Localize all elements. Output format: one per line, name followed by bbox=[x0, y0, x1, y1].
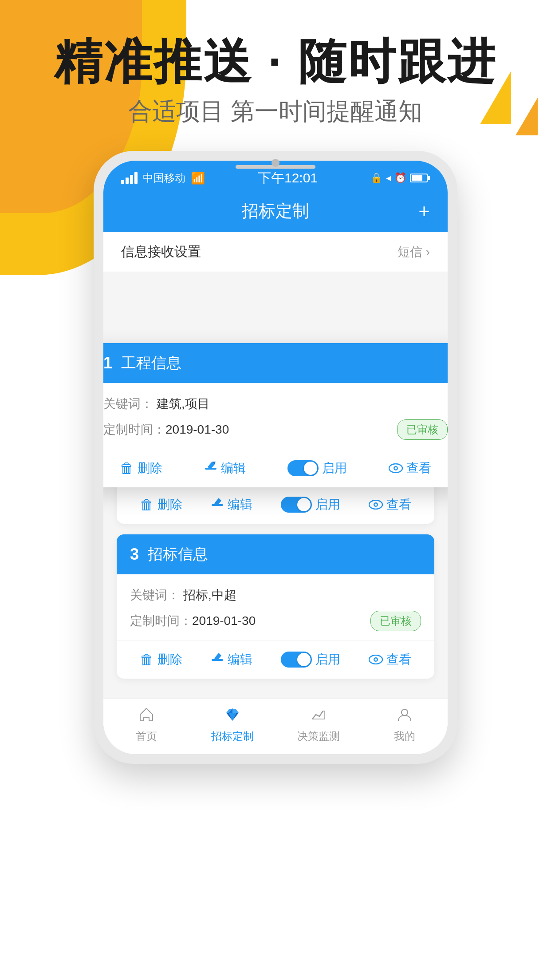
svg-point-11 bbox=[375, 658, 377, 660]
settings-label: 信息接收设置 bbox=[121, 243, 201, 261]
chart-icon bbox=[311, 707, 327, 727]
svg-point-12 bbox=[401, 709, 408, 715]
edit-icon-2 bbox=[211, 496, 224, 513]
battery-icon bbox=[410, 174, 430, 182]
card-1-number: 1 bbox=[103, 354, 112, 372]
tab-bidding-label: 招标定制 bbox=[211, 729, 254, 743]
trash-icon-2: 🗑 bbox=[140, 497, 154, 513]
tab-profile-label: 我的 bbox=[394, 729, 415, 743]
cards-area: 1 工程信息 关键词： 建筑,项目 定制时间： 2019-01-30 已审核 bbox=[103, 272, 448, 698]
signal-bars bbox=[121, 172, 138, 184]
profile-icon bbox=[397, 707, 413, 727]
battery-body bbox=[410, 174, 428, 182]
location-icon: ◂ bbox=[386, 172, 391, 184]
status-right: 🔒 ◂ ⏰ bbox=[370, 172, 430, 184]
eye-icon-2 bbox=[369, 497, 383, 513]
battery-tip bbox=[428, 176, 430, 180]
svg-point-7 bbox=[375, 503, 377, 506]
card-1-title: 工程信息 bbox=[121, 353, 181, 373]
card-3-header: 3 招标信息 bbox=[117, 534, 434, 574]
card-1-body: 关键词： 建筑,项目 定制时间： 2019-01-30 已审核 bbox=[103, 383, 448, 440]
enable-button-2[interactable]: 启用 bbox=[281, 496, 340, 513]
hero-subtitle: 合适项目 第一时间提醒通知 bbox=[0, 95, 551, 128]
toggle-3[interactable] bbox=[281, 652, 312, 668]
svg-point-3 bbox=[395, 467, 397, 469]
phone-camera bbox=[272, 159, 279, 167]
card-1-keywords: 关键词： 建筑,项目 bbox=[103, 395, 448, 412]
phone-mockup: 中国移动 📶 下午12:01 🔒 ◂ ⏰ bbox=[94, 151, 457, 764]
card-3-keywords: 关键词： 招标,中超 bbox=[130, 587, 421, 604]
card-1-status: 已审核 bbox=[397, 419, 448, 440]
nav-title: 招标定制 bbox=[242, 200, 309, 222]
view-button-3[interactable]: 查看 bbox=[369, 651, 411, 668]
card-1-pop: 1 工程信息 关键词： 建筑,项目 定制时间： 2019-01-30 已审核 bbox=[103, 343, 448, 487]
trash-icon: 🗑 bbox=[120, 460, 134, 477]
card-3-time: 定制时间： 2019-01-30 已审核 bbox=[130, 611, 421, 631]
status-time: 下午12:01 bbox=[258, 169, 318, 187]
enable-button-3[interactable]: 启用 bbox=[281, 651, 340, 668]
card-3-number: 3 bbox=[130, 545, 139, 564]
tab-bar: 首页 招标定制 bbox=[103, 698, 448, 754]
toggle-1[interactable] bbox=[287, 460, 319, 476]
delete-button-2[interactable]: 🗑 删除 bbox=[140, 496, 182, 513]
lock-icon: 🔒 bbox=[370, 172, 382, 184]
signal-bar-4 bbox=[134, 172, 138, 184]
trash-icon-3: 🗑 bbox=[140, 652, 154, 668]
tab-bidding[interactable]: 招标定制 bbox=[206, 707, 259, 743]
wifi-icon: 📶 bbox=[191, 171, 205, 185]
toggle-knob-3 bbox=[297, 653, 311, 666]
delete-button-1[interactable]: 🗑 删除 bbox=[120, 460, 162, 477]
card-1-header: 1 工程信息 bbox=[103, 343, 448, 383]
enable-button-1[interactable]: 启用 bbox=[287, 460, 347, 477]
edit-button-1[interactable]: 编辑 bbox=[204, 460, 246, 477]
view-button-2[interactable]: 查看 bbox=[369, 496, 411, 513]
home-icon bbox=[138, 707, 154, 727]
card-1-actions: 🗑 删除 编辑 bbox=[103, 449, 448, 487]
settings-value: 短信 › bbox=[398, 244, 430, 261]
nav-bar: 招标定制 + bbox=[103, 192, 448, 232]
card-3-actions: 🗑 删除 编辑 bbox=[117, 640, 434, 679]
settings-row[interactable]: 信息接收设置 短信 › bbox=[103, 232, 448, 272]
card-3-status: 已审核 bbox=[370, 611, 421, 631]
toggle-2[interactable] bbox=[281, 497, 312, 513]
edit-button-2[interactable]: 编辑 bbox=[211, 496, 252, 513]
status-left: 中国移动 📶 bbox=[121, 171, 205, 185]
carrier-label: 中国移动 bbox=[143, 171, 185, 185]
tab-decision[interactable]: 决策监测 bbox=[292, 707, 345, 743]
edit-icon-3 bbox=[211, 651, 224, 668]
edit-button-3[interactable]: 编辑 bbox=[211, 651, 252, 668]
signal-bar-2 bbox=[126, 178, 129, 184]
card-3: 3 招标信息 关键词： 招标,中超 定制时间： 2019-01-30 已审核 bbox=[117, 534, 434, 679]
tab-home-label: 首页 bbox=[136, 729, 157, 743]
hero-title: 精准推送 · 随时跟进 bbox=[0, 36, 551, 88]
signal-bar-3 bbox=[130, 175, 133, 184]
tab-decision-label: 决策监测 bbox=[297, 729, 340, 743]
eye-icon-1 bbox=[389, 460, 403, 477]
diamond-icon bbox=[224, 707, 240, 727]
tab-profile[interactable]: 我的 bbox=[378, 707, 431, 743]
card-1-time: 定制时间： 2019-01-30 已审核 bbox=[103, 419, 448, 440]
card-3-title: 招标信息 bbox=[148, 544, 208, 565]
phone-screen: 中国移动 📶 下午12:01 🔒 ◂ ⏰ bbox=[103, 161, 448, 754]
battery-fill bbox=[412, 175, 422, 181]
card-3-body: 关键词： 招标,中超 定制时间： 2019-01-30 已审核 bbox=[117, 574, 434, 631]
add-button[interactable]: + bbox=[418, 200, 430, 222]
toggle-knob-2 bbox=[297, 498, 311, 511]
tab-home[interactable]: 首页 bbox=[120, 707, 173, 743]
eye-icon-3 bbox=[369, 652, 383, 668]
edit-icon bbox=[204, 460, 217, 477]
phone-frame: 中国移动 📶 下午12:01 🔒 ◂ ⏰ bbox=[94, 151, 457, 764]
delete-button-3[interactable]: 🗑 删除 bbox=[140, 651, 182, 668]
toggle-knob-1 bbox=[304, 462, 317, 475]
card-2-actions: 🗑 删除 编辑 bbox=[117, 485, 434, 524]
alarm-icon: ⏰ bbox=[394, 172, 406, 184]
signal-bar-1 bbox=[121, 180, 124, 184]
hero-section: 精准推送 · 随时跟进 合适项目 第一时间提醒通知 bbox=[0, 36, 551, 128]
view-button-1[interactable]: 查看 bbox=[389, 460, 431, 477]
